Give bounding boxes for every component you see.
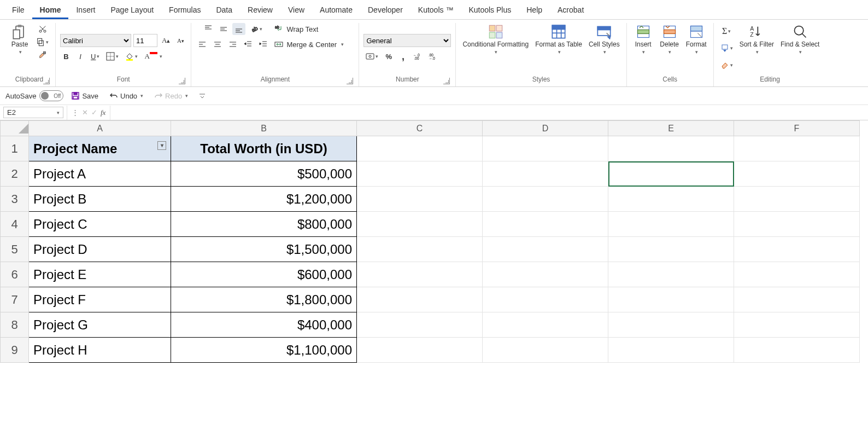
- vdots-icon[interactable]: ⋮: [72, 108, 79, 117]
- format-painter-button[interactable]: [36, 49, 49, 61]
- accounting-format-button[interactable]: [363, 50, 380, 62]
- italic-button[interactable]: I: [74, 50, 86, 62]
- cell-F7[interactable]: [734, 287, 860, 312]
- row-header-5[interactable]: 5: [1, 237, 29, 262]
- decrease-indent-button[interactable]: [242, 38, 255, 50]
- enter-icon[interactable]: ✓: [91, 108, 97, 117]
- cell-A2[interactable]: Project A: [29, 161, 171, 187]
- autosum-button[interactable]: Σ: [720, 25, 733, 37]
- autosave-toggle[interactable]: Off: [39, 90, 63, 101]
- cell-F1[interactable]: [734, 136, 860, 161]
- cell-C8[interactable]: [357, 312, 483, 338]
- tab-data[interactable]: Data: [208, 2, 240, 19]
- row-header-4[interactable]: 4: [1, 212, 29, 237]
- conditional-formatting-button[interactable]: Conditional Formatting: [460, 23, 531, 56]
- tab-developer[interactable]: Developer: [360, 2, 410, 19]
- insert-cells-button[interactable]: Insert: [631, 23, 655, 56]
- orientation-button[interactable]: ab: [248, 23, 265, 35]
- row-header-1[interactable]: 1: [1, 136, 29, 161]
- cell-D1[interactable]: [483, 136, 608, 161]
- formula-input[interactable]: [110, 106, 868, 120]
- find-select-button[interactable]: Find & Select: [778, 23, 822, 56]
- cell-D5[interactable]: [483, 237, 608, 262]
- cell-A6[interactable]: Project E: [29, 262, 171, 287]
- tab-kutools[interactable]: Kutools ™: [410, 2, 461, 19]
- font-color-button[interactable]: A: [142, 50, 164, 62]
- dialog-launcher-icon[interactable]: [179, 78, 185, 84]
- cell-C2[interactable]: [357, 161, 483, 187]
- decrease-font-button[interactable]: A▾: [174, 34, 186, 47]
- cell-C6[interactable]: [357, 262, 483, 287]
- format-as-table-button[interactable]: Format as Table: [533, 23, 584, 56]
- cell-C7[interactable]: [357, 287, 483, 312]
- row-header-6[interactable]: 6: [1, 262, 29, 287]
- tab-file[interactable]: File: [4, 2, 32, 19]
- fill-button[interactable]: [718, 42, 735, 54]
- tab-acrobat[interactable]: Acrobat: [550, 2, 591, 19]
- tab-review[interactable]: Review: [240, 2, 280, 19]
- cell-E8[interactable]: [608, 312, 734, 338]
- worksheet-grid[interactable]: A B C D E F 1Project Name▾Total Worth (i…: [0, 120, 868, 429]
- row-header-2[interactable]: 2: [1, 161, 29, 187]
- cell-D7[interactable]: [483, 287, 608, 312]
- cut-button[interactable]: [36, 23, 49, 35]
- cell-C9[interactable]: [357, 338, 483, 363]
- merge-center-button[interactable]: Merge & Center: [272, 38, 354, 50]
- fill-color-button[interactable]: [123, 50, 140, 62]
- delete-cells-button[interactable]: Delete: [658, 23, 682, 56]
- dialog-launcher-icon[interactable]: [347, 78, 353, 84]
- cell-F3[interactable]: [734, 187, 860, 212]
- increase-decimal-button[interactable]: ←.0.00: [411, 50, 424, 62]
- select-all-corner[interactable]: [1, 121, 29, 136]
- copy-button[interactable]: [34, 36, 51, 48]
- tab-view[interactable]: View: [280, 2, 312, 19]
- cell-C1[interactable]: [357, 136, 483, 161]
- paste-button[interactable]: Paste: [8, 23, 32, 56]
- cell-F8[interactable]: [734, 312, 860, 338]
- col-header-C[interactable]: C: [357, 121, 483, 136]
- wrap-text-button[interactable]: abWrap Text: [272, 23, 343, 35]
- cell-E9[interactable]: [608, 338, 734, 363]
- name-box[interactable]: E2▾: [3, 107, 63, 118]
- cell-B9[interactable]: $1,100,000: [171, 338, 357, 363]
- align-bottom-button[interactable]: [232, 23, 245, 35]
- comma-button[interactable]: ,: [397, 50, 409, 62]
- cell-F5[interactable]: [734, 237, 860, 262]
- col-header-A[interactable]: A: [29, 121, 171, 136]
- cell-C3[interactable]: [357, 187, 483, 212]
- col-header-F[interactable]: F: [734, 121, 860, 136]
- cell-F9[interactable]: [734, 338, 860, 363]
- cell-B2[interactable]: $500,000: [171, 161, 357, 187]
- percent-button[interactable]: %: [383, 50, 395, 62]
- col-header-B[interactable]: B: [171, 121, 357, 136]
- cancel-icon[interactable]: ✕: [82, 108, 88, 117]
- tab-page-layout[interactable]: Page Layout: [103, 2, 161, 19]
- cell-D3[interactable]: [483, 187, 608, 212]
- decrease-decimal-button[interactable]: .00→.0: [426, 50, 439, 62]
- format-cells-button[interactable]: Format: [684, 23, 709, 56]
- cell-E2[interactable]: [608, 161, 734, 187]
- cell-A5[interactable]: Project D: [29, 237, 171, 262]
- align-middle-button[interactable]: [217, 23, 230, 35]
- cell-C4[interactable]: [357, 212, 483, 237]
- cell-E7[interactable]: [608, 287, 734, 312]
- cell-E3[interactable]: [608, 187, 734, 212]
- tab-help[interactable]: Help: [519, 2, 550, 19]
- cell-A9[interactable]: Project H: [29, 338, 171, 363]
- cell-E5[interactable]: [608, 237, 734, 262]
- cell-B6[interactable]: $600,000: [171, 262, 357, 287]
- tab-formulas[interactable]: Formulas: [161, 2, 208, 19]
- sort-filter-button[interactable]: AZ Sort & Filter: [737, 23, 776, 56]
- cell-E4[interactable]: [608, 212, 734, 237]
- cell-B5[interactable]: $1,500,000: [171, 237, 357, 262]
- cell-F2[interactable]: [734, 161, 860, 187]
- cell-styles-button[interactable]: Cell Styles: [587, 23, 622, 56]
- row-header-9[interactable]: 9: [1, 338, 29, 363]
- cell-F6[interactable]: [734, 262, 860, 287]
- fx-icon[interactable]: fx: [101, 108, 105, 117]
- cell-C5[interactable]: [357, 237, 483, 262]
- cell-B1[interactable]: Total Worth (in USD): [171, 136, 357, 161]
- dialog-launcher-icon[interactable]: [43, 78, 50, 84]
- cell-A4[interactable]: Project C: [29, 212, 171, 237]
- cell-D2[interactable]: [483, 161, 608, 187]
